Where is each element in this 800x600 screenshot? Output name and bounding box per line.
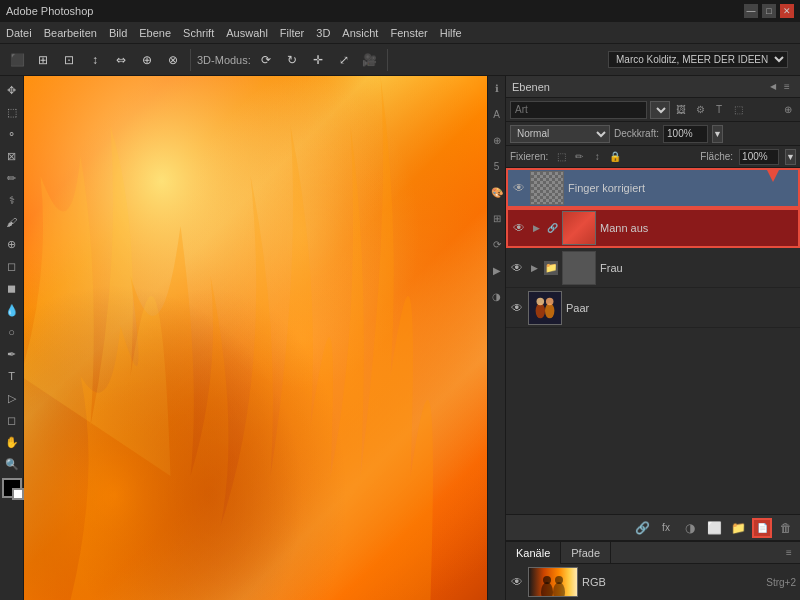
channel-shortcut-rgb: Strg+2 — [766, 577, 796, 588]
filter-icon-2[interactable]: ⚙ — [692, 102, 708, 118]
filter-icon-3[interactable]: T — [711, 102, 727, 118]
tool-stamp[interactable]: ⊕ — [2, 234, 22, 254]
menu-item-ansicht[interactable]: Ansicht — [342, 27, 378, 39]
side-info-btn[interactable]: ℹ — [489, 80, 505, 96]
layer-eye-paar[interactable]: 👁 — [510, 301, 524, 315]
menu-item-schrift[interactable]: Schrift — [183, 27, 214, 39]
tool-blur[interactable]: 💧 — [2, 300, 22, 320]
tool-text[interactable]: T — [2, 366, 22, 386]
link-layers-btn[interactable]: 🔗 — [632, 518, 652, 538]
minimize-button[interactable]: — — [744, 4, 758, 18]
tool-lasso[interactable]: ⚬ — [2, 124, 22, 144]
tool-brush[interactable]: 🖌 — [2, 212, 22, 232]
channel-row-rgb[interactable]: 👁 — [506, 564, 800, 600]
side-tool-a[interactable]: A — [489, 106, 505, 122]
adjustment-layer-btn[interactable]: ◑ — [680, 518, 700, 538]
layer-expand-mann[interactable]: ▶ — [530, 222, 542, 234]
tool-shape[interactable]: ◻ — [2, 410, 22, 430]
toolbar-3d-btn-5[interactable]: 🎥 — [359, 49, 381, 71]
tool-zoom[interactable]: 🔍 — [2, 454, 22, 474]
menu-item-hilfe[interactable]: Hilfe — [440, 27, 462, 39]
toolbar-3d-btn-3[interactable]: ✛ — [307, 49, 329, 71]
side-tool-b[interactable]: ⊕ — [489, 132, 505, 148]
blend-mode-select[interactable]: Normal — [510, 125, 610, 143]
tool-pen[interactable]: ✒ — [2, 344, 22, 364]
toolbar-tool-6[interactable]: ⊕ — [136, 49, 158, 71]
toolbar-tool-3[interactable]: ⊡ — [58, 49, 80, 71]
menu-item-filter[interactable]: Filter — [280, 27, 304, 39]
layers-search-input[interactable] — [510, 101, 647, 119]
layer-row-mann[interactable]: 👁 ▶ 🔗 Mann aus — [506, 208, 800, 248]
channels-panel-menu[interactable]: ≡ — [782, 546, 796, 560]
side-colors[interactable]: 🎨 — [489, 184, 505, 200]
svg-point-5 — [536, 303, 545, 318]
layer-eye-mann[interactable]: 👁 — [512, 221, 526, 235]
toolbar-3d-btn-2[interactable]: ↻ — [281, 49, 303, 71]
filter-icon-4[interactable]: ⬚ — [730, 102, 746, 118]
menu-item-auswahl[interactable]: Auswahl — [226, 27, 268, 39]
layer-row-frau[interactable]: 👁 ▶ 📁 Frau — [506, 248, 800, 288]
delete-layer-btn[interactable]: 🗑 — [776, 518, 796, 538]
panel-menu-button[interactable]: ≡ — [780, 80, 794, 94]
tool-select[interactable]: ⬚ — [2, 102, 22, 122]
opacity-dropdown-btn[interactable]: ▼ — [712, 125, 723, 143]
tab-pfade[interactable]: Pfade — [561, 542, 611, 564]
flaeche-dropdown-btn[interactable]: ▼ — [785, 149, 796, 165]
toolbar-3d-btn-1[interactable]: ⟳ — [255, 49, 277, 71]
layer-expand-frau[interactable]: ▶ — [528, 262, 540, 274]
toolbar-tool-2[interactable]: ⊞ — [32, 49, 54, 71]
layer-link-mann[interactable]: 🔗 — [546, 222, 558, 234]
toolbar-group-tools: ⬛ ⊞ ⊡ ↕ ⇔ ⊕ ⊗ — [6, 49, 191, 71]
tool-eraser[interactable]: ◻ — [2, 256, 22, 276]
close-button[interactable]: ✕ — [780, 4, 794, 18]
lock-position-btn[interactable]: ✏ — [572, 150, 586, 164]
side-layers-icon[interactable]: ⊞ — [489, 210, 505, 226]
group-btn[interactable]: 📁 — [728, 518, 748, 538]
menu-item-3d[interactable]: 3D — [316, 27, 330, 39]
toolbar-tool-5[interactable]: ⇔ — [110, 49, 132, 71]
filter-icon-1[interactable]: 🖼 — [673, 102, 689, 118]
opacity-input[interactable] — [663, 125, 708, 143]
new-layer-btn[interactable]: 📄 — [752, 518, 772, 538]
tab-kanale[interactable]: Kanäle — [506, 542, 561, 564]
svg-point-7 — [537, 297, 545, 305]
svg-point-8 — [546, 297, 554, 305]
side-history[interactable]: ⟳ — [489, 236, 505, 252]
toolbar-tool-4[interactable]: ↕ — [84, 49, 106, 71]
filter-type-select[interactable]: ▼ — [650, 101, 670, 119]
layer-name-paar: Paar — [566, 302, 796, 314]
menu-item-bearbeiten[interactable]: Bearbeiten — [44, 27, 97, 39]
side-actions[interactable]: ▶ — [489, 262, 505, 278]
menu-item-datei[interactable]: Datei — [6, 27, 32, 39]
tool-eyedropper[interactable]: ✏ — [2, 168, 22, 188]
lock-all-btn[interactable]: 🔒 — [608, 150, 622, 164]
lock-artboard-btn[interactable]: ↕ — [590, 150, 604, 164]
layer-eye-finger[interactable]: 👁 — [512, 181, 526, 195]
toolbar-tool-7[interactable]: ⊗ — [162, 49, 184, 71]
menu-item-ebene[interactable]: Ebene — [139, 27, 171, 39]
toolbar-3d-btn-4[interactable]: ⤢ — [333, 49, 355, 71]
tool-crop[interactable]: ⊠ — [2, 146, 22, 166]
side-tool-c[interactable]: 5 — [489, 158, 505, 174]
channel-eye-rgb[interactable]: 👁 — [510, 575, 524, 589]
layer-row-paar[interactable]: 👁 Paar — [506, 288, 800, 328]
layer-row-finger[interactable]: 👁 Finger korrigiert — [506, 168, 800, 208]
toolbar-tool-1[interactable]: ⬛ — [6, 49, 28, 71]
tool-gradient[interactable]: ◼ — [2, 278, 22, 298]
menu-item-fenster[interactable]: Fenster — [390, 27, 427, 39]
maximize-button[interactable]: □ — [762, 4, 776, 18]
tool-hand[interactable]: ✋ — [2, 432, 22, 452]
menu-item-bild[interactable]: Bild — [109, 27, 127, 39]
mask-btn[interactable]: ⬜ — [704, 518, 724, 538]
fx-btn[interactable]: fx — [656, 518, 676, 538]
workspace-selector[interactable]: Marco Kolditz, MEER DER IDEEN® — [608, 51, 788, 68]
tool-heal[interactable]: ⚕ — [2, 190, 22, 210]
side-adjustments[interactable]: ◑ — [489, 288, 505, 304]
tool-path[interactable]: ▷ — [2, 388, 22, 408]
lock-pixels-btn[interactable]: ⬚ — [554, 150, 568, 164]
layer-eye-frau[interactable]: 👁 — [510, 261, 524, 275]
tool-dodge[interactable]: ○ — [2, 322, 22, 342]
flaeche-input[interactable] — [739, 149, 779, 165]
filter-toggle-btn[interactable]: ⊕ — [780, 102, 796, 118]
tool-move[interactable]: ✥ — [2, 80, 22, 100]
